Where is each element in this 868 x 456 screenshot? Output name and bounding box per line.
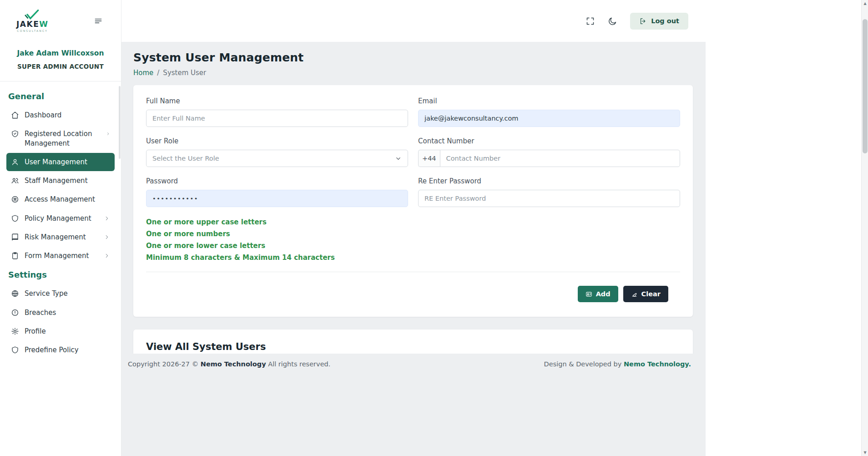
bottom-spacer bbox=[121, 375, 706, 456]
add-button-label: Add bbox=[596, 290, 611, 298]
footer-brand-link[interactable]: Nemo Technology bbox=[201, 360, 266, 368]
scrollbar-thumb[interactable] bbox=[863, 19, 868, 153]
sidebar-item-dashboard[interactable]: Dashboard bbox=[6, 106, 115, 124]
sidebar-item-registered-location-management[interactable]: Registered Location Management bbox=[6, 125, 115, 152]
nav-label: Service Type bbox=[25, 289, 68, 298]
user-name: Jake Adam Willcoxson bbox=[5, 49, 116, 57]
chevron-right-icon bbox=[104, 234, 110, 240]
alert-circle-icon bbox=[11, 309, 19, 317]
eraser-icon bbox=[631, 291, 638, 298]
user-form-card: Full Name Email User Role Select the Use… bbox=[133, 85, 693, 317]
email-input[interactable] bbox=[418, 110, 680, 127]
gear-icon bbox=[11, 327, 19, 335]
chevron-right-icon bbox=[106, 131, 110, 137]
logo-subtext: CONSULTANCY bbox=[17, 30, 48, 32]
sidebar-item-user-management[interactable]: User Management bbox=[6, 153, 115, 171]
nav-label: Breaches bbox=[25, 308, 56, 317]
page-scrollbar[interactable]: ▲ ▼ bbox=[861, 0, 868, 456]
nav-label: Policy Management bbox=[25, 214, 91, 223]
users-icon bbox=[11, 177, 19, 185]
password-rules: One or more upper case letters One or mo… bbox=[146, 218, 680, 262]
password-label: Password bbox=[146, 177, 408, 185]
password-rule: Minimum 8 characters & Maximum 14 charac… bbox=[146, 253, 680, 262]
shield-check-icon bbox=[11, 130, 19, 138]
user-role-select[interactable]: Select the User Role bbox=[146, 150, 408, 167]
breadcrumb-separator: / bbox=[157, 69, 159, 77]
sidebar-item-staff-management[interactable]: Staff Management bbox=[6, 172, 115, 190]
logout-icon bbox=[639, 17, 647, 25]
dark-mode-button[interactable] bbox=[608, 16, 617, 26]
re-enter-password-input[interactable] bbox=[418, 190, 680, 207]
app-logo[interactable]: JAKEW CONSULTANCY bbox=[16, 10, 49, 32]
password-input[interactable] bbox=[146, 190, 408, 207]
nav-label: Risk Management bbox=[25, 233, 86, 242]
moon-icon bbox=[608, 16, 617, 26]
scrollbar-up-arrow[interactable]: ▲ bbox=[862, 1, 868, 5]
footer-copyright: Copyright 2026-27 © Nemo Technology All … bbox=[128, 360, 330, 368]
user-icon bbox=[11, 158, 19, 166]
top-bar: Log out bbox=[121, 0, 706, 42]
nav-label: Registered Location Management bbox=[25, 129, 101, 148]
users-list-card: View All System Users bbox=[133, 329, 693, 354]
chevron-down-icon bbox=[395, 155, 402, 162]
sidebar-nav: General Dashboard Registered Location Ma… bbox=[0, 81, 121, 456]
re-enter-password-label: Re Enter Password bbox=[418, 177, 680, 185]
sidebar: JAKEW CONSULTANCY Jake Adam Willcoxson S… bbox=[0, 0, 121, 456]
sidebar-toggle-button[interactable] bbox=[94, 16, 103, 25]
password-rule: One or more upper case letters bbox=[146, 218, 680, 226]
re-enter-password-field: Re Enter Password bbox=[418, 177, 680, 207]
shield-icon bbox=[11, 214, 19, 223]
nav-label: Dashboard bbox=[25, 111, 61, 120]
clear-button-label: Clear bbox=[641, 290, 661, 298]
sidebar-scrollbar-thumb[interactable] bbox=[119, 86, 121, 159]
form-divider bbox=[146, 272, 680, 272]
sidebar-item-access-management[interactable]: Access Management bbox=[6, 190, 115, 208]
breadcrumb-home-link[interactable]: Home bbox=[133, 69, 153, 77]
fullscreen-button[interactable] bbox=[585, 16, 595, 26]
footer-developer-link[interactable]: Nemo Technology. bbox=[624, 360, 691, 368]
account-type: SUPER ADMIN ACCOUNT bbox=[5, 63, 116, 70]
full-name-field: Full Name bbox=[146, 97, 408, 127]
home-icon bbox=[11, 111, 19, 119]
clear-button[interactable]: Clear bbox=[623, 286, 668, 302]
nav-section-general: General bbox=[3, 87, 118, 106]
logout-label: Log out bbox=[651, 17, 679, 25]
nav-label: Profile bbox=[25, 327, 46, 336]
sidebar-item-policy-management[interactable]: Policy Management bbox=[6, 209, 115, 228]
sidebar-item-form-management[interactable]: Form Management bbox=[6, 247, 115, 265]
user-role-label: User Role bbox=[146, 137, 408, 145]
add-button[interactable]: Add bbox=[578, 286, 618, 302]
book-icon bbox=[11, 233, 19, 241]
contact-number-label: Contact Number bbox=[418, 137, 680, 145]
globe-icon bbox=[11, 289, 19, 298]
contact-number-field: Contact Number +44 bbox=[418, 137, 680, 167]
nav-label: Access Management bbox=[25, 195, 95, 204]
breadcrumb-current: System User bbox=[163, 69, 206, 77]
sidebar-item-service-type[interactable]: Service Type bbox=[6, 284, 115, 303]
sidebar-item-breaches[interactable]: Breaches bbox=[6, 304, 115, 322]
footer: Copyright 2026-27 © Nemo Technology All … bbox=[121, 354, 706, 375]
contact-number-input[interactable] bbox=[440, 150, 680, 167]
sidebar-item-risk-management[interactable]: Risk Management bbox=[6, 228, 115, 246]
chevron-right-icon bbox=[104, 215, 110, 222]
nav-label: Staff Management bbox=[25, 176, 88, 185]
sidebar-header: JAKEW CONSULTANCY bbox=[0, 0, 121, 42]
full-name-label: Full Name bbox=[146, 97, 408, 105]
sidebar-item-predefine-policy[interactable]: Predefine Policy bbox=[6, 341, 115, 359]
users-list-title: View All System Users bbox=[146, 341, 680, 352]
nav-label: Form Management bbox=[25, 251, 89, 260]
chevron-right-icon bbox=[104, 253, 110, 259]
clipboard-icon bbox=[11, 252, 19, 260]
nav-label: Predefine Policy bbox=[25, 345, 79, 355]
scrollbar-down-arrow[interactable]: ▼ bbox=[862, 451, 868, 455]
full-name-input[interactable] bbox=[146, 110, 408, 127]
shield-icon bbox=[11, 346, 19, 354]
hamburger-icon bbox=[94, 16, 103, 25]
sidebar-item-profile[interactable]: Profile bbox=[6, 322, 115, 340]
user-role-field: User Role Select the User Role bbox=[146, 137, 408, 167]
page-content: System User Management Home / System Use… bbox=[121, 42, 706, 354]
logout-button[interactable]: Log out bbox=[630, 13, 688, 30]
user-role-selected-value: Select the User Role bbox=[152, 155, 219, 162]
password-field: Password bbox=[146, 177, 408, 207]
logo-check-icon bbox=[25, 10, 40, 20]
